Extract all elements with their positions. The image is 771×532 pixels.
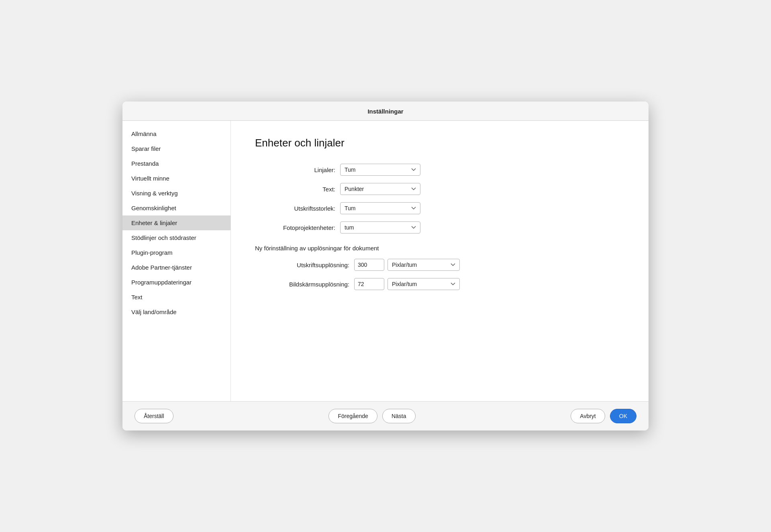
aterstall-button[interactable]: Återställ <box>135 409 173 423</box>
sidebar-item-visning-verktyg[interactable]: Visning & verktyg <box>122 186 230 201</box>
fotoprojektenheter-row: Fotoprojektenheter: tum <box>255 221 496 234</box>
sidebar-item-prestanda[interactable]: Prestanda <box>122 156 230 171</box>
bildskärmsupplösning-row: Bildskärmsupplösning: Pixlar/tum <box>255 278 496 290</box>
utskriftsupplösning-row: Utskriftsupplösning: Pixlar/tum <box>255 259 496 271</box>
linjaler-select[interactable]: Tum <box>340 164 420 176</box>
sidebar-item-sparar-filer[interactable]: Sparar filer <box>122 141 230 156</box>
fotoprojektenheter-select[interactable]: tum <box>340 221 420 234</box>
utskriftsupplösning-input[interactable] <box>354 259 384 271</box>
settings-dialog: Inställningar AllmännaSparar filerPresta… <box>122 102 649 430</box>
main-content: Enheter och linjaler Linjaler: Tum Text:… <box>231 121 649 401</box>
bildskärmsupplösning-label: Bildskärmsupplösning: <box>255 281 349 288</box>
dialog-footer: Återställ Föregående Nästa Avbryt OK <box>122 401 649 430</box>
avbryt-button[interactable]: Avbryt <box>571 409 605 423</box>
linjaler-label: Linjaler: <box>255 167 335 173</box>
text-row: Text: Punkter <box>255 183 496 195</box>
dialog-title: Inställningar <box>131 108 640 115</box>
sidebar-item-stodlinjer-stodraster[interactable]: Stödlinjer och stödraster <box>122 230 230 245</box>
utskriftsstorlek-select[interactable]: Tum <box>340 202 420 214</box>
dialog-body: AllmännaSparar filerPrestandaVirtuellt m… <box>122 121 649 401</box>
utskriftsstorlek-row: Utskriftsstorlek: Tum <box>255 202 496 214</box>
sidebar-item-valj-land[interactable]: Välj land/område <box>122 305 230 319</box>
sidebar: AllmännaSparar filerPrestandaVirtuellt m… <box>122 121 231 401</box>
sidebar-item-enheter-linjaler[interactable]: Enheter & linjaler <box>122 215 230 230</box>
sidebar-item-text[interactable]: Text <box>122 290 230 305</box>
utskriftsupplösning-label: Utskriftsupplösning: <box>255 262 349 268</box>
text-label: Text: <box>255 186 335 193</box>
page-title: Enheter och linjaler <box>255 137 624 149</box>
dialog-header: Inställningar <box>122 102 649 121</box>
footer-left: Återställ <box>135 409 173 423</box>
sidebar-item-virtuellt-minne[interactable]: Virtuellt minne <box>122 171 230 186</box>
fotoprojektenheter-label: Fotoprojektenheter: <box>255 224 335 231</box>
sidebar-item-plugin-program[interactable]: Plugin-program <box>122 245 230 260</box>
bildskärmsupplösning-unit-select[interactable]: Pixlar/tum <box>388 278 460 290</box>
sidebar-item-programuppdateringar[interactable]: Programuppdateringar <box>122 275 230 290</box>
utskriftsupplösning-unit-select[interactable]: Pixlar/tum <box>388 259 460 271</box>
bildskärmsupplösning-input[interactable] <box>354 278 384 290</box>
text-select[interactable]: Punkter <box>340 183 420 195</box>
sidebar-item-adobe-partner[interactable]: Adobe Partner-tjänster <box>122 260 230 275</box>
utskriftsstorlek-label: Utskriftsstorlek: <box>255 205 335 212</box>
ok-button[interactable]: OK <box>610 409 636 423</box>
sidebar-item-genomskinlighet[interactable]: Genomskinlighet <box>122 201 230 215</box>
resolution-subtitle: Ny förinställning av upplösningar för do… <box>255 245 496 252</box>
nasta-button[interactable]: Nästa <box>382 409 416 423</box>
sidebar-item-allmanna[interactable]: Allmänna <box>122 126 230 141</box>
form-section: Linjaler: Tum Text: Punkter Utskriftssto… <box>255 164 496 290</box>
linjaler-row: Linjaler: Tum <box>255 164 496 176</box>
footer-center: Föregående Nästa <box>328 409 415 423</box>
foregaende-button[interactable]: Föregående <box>328 409 377 423</box>
footer-right: Avbryt OK <box>571 409 636 423</box>
